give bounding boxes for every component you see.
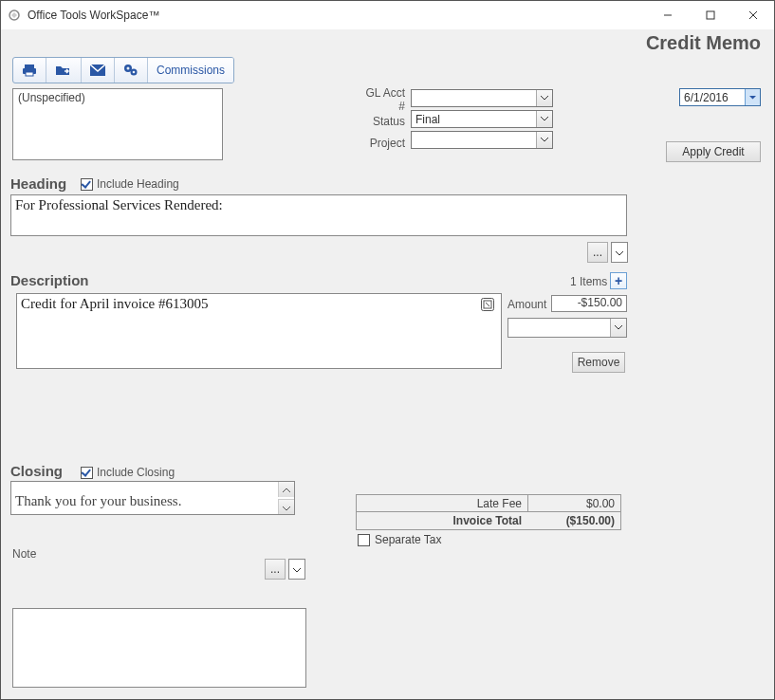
gl-acct-label: GL Acct #: [358, 89, 405, 109]
items-count: 1 Items: [570, 275, 607, 288]
expand-icon: [481, 298, 494, 314]
late-fee-row: Late Fee $0.00: [357, 495, 620, 512]
client-box-text: (Unspecified): [18, 91, 85, 104]
chevron-down-icon: [536, 111, 552, 127]
svg-point-12: [133, 71, 136, 74]
envelope-icon: [90, 64, 105, 76]
late-fee-value[interactable]: $0.00: [527, 495, 620, 511]
add-item-button[interactable]: +: [610, 272, 627, 289]
note-text-input[interactable]: [12, 608, 306, 688]
closing-section-label: Closing: [10, 463, 63, 479]
amount-input[interactable]: -$150.00: [551, 295, 627, 312]
amount-category-combo[interactable]: [507, 318, 627, 338]
totals-panel: Late Fee $0.00 Invoice Total ($150.00): [356, 494, 621, 530]
checkbox-icon: [358, 534, 370, 546]
remove-label: Remove: [578, 356, 620, 369]
note-options: ...: [265, 559, 305, 580]
plus-icon: +: [615, 273, 622, 288]
expand-description-button[interactable]: [480, 298, 495, 313]
client-box[interactable]: (Unspecified): [12, 88, 223, 160]
close-button[interactable]: [731, 1, 774, 29]
heading-dropdown[interactable]: [611, 242, 628, 263]
settings-button[interactable]: [115, 58, 148, 83]
ellipsis-icon: ...: [593, 246, 602, 259]
note-dropdown[interactable]: [288, 559, 305, 580]
status-label: Status: [358, 111, 405, 131]
meta-fields: Final: [411, 89, 553, 152]
apply-credit-button[interactable]: Apply Credit: [666, 141, 761, 162]
chevron-down-icon: [616, 246, 623, 259]
scroll-up-button[interactable]: [278, 482, 294, 497]
export-button[interactable]: [46, 58, 82, 83]
separate-tax-label: Separate Tax: [375, 533, 442, 546]
include-closing-label: Include Closing: [97, 466, 175, 479]
description-text-input[interactable]: Credit for April invoice #613005: [16, 293, 502, 369]
folder-arrow-icon: [55, 64, 72, 77]
invoice-total-label: Invoice Total: [357, 514, 527, 527]
scroll-down-button[interactable]: [278, 499, 294, 514]
svg-rect-5: [25, 64, 34, 68]
amount-label: Amount: [507, 298, 546, 311]
remove-item-button[interactable]: Remove: [572, 352, 625, 373]
chevron-up-icon: [283, 483, 290, 496]
status-combo[interactable]: Final: [411, 110, 553, 128]
print-button[interactable]: [13, 58, 46, 83]
heading-ellipsis-button[interactable]: ...: [587, 242, 608, 263]
ellipsis-icon: ...: [270, 562, 280, 576]
note-label: Note: [12, 547, 36, 561]
gl-acct-combo[interactable]: [411, 89, 553, 107]
commissions-button[interactable]: Commissions: [148, 58, 233, 83]
late-fee-label: Late Fee: [357, 497, 527, 510]
heading-text-input[interactable]: For Professional Services Rendered:: [10, 194, 627, 236]
separate-tax-checkbox[interactable]: Separate Tax: [358, 533, 442, 546]
chevron-down-icon: [536, 132, 552, 148]
invoice-total-value: ($150.00): [527, 514, 620, 527]
description-section-label: Description: [10, 272, 89, 288]
gear-icon: [123, 64, 138, 77]
app-window: Office Tools WorkSpace™ Credit Memo: [0, 0, 775, 700]
maximize-button[interactable]: [689, 1, 731, 29]
checkbox-icon: [81, 467, 93, 479]
include-heading-label: Include Heading: [97, 177, 179, 191]
amount-value: -$150.00: [578, 296, 622, 309]
heading-options: ...: [587, 242, 628, 263]
email-button[interactable]: [82, 58, 115, 83]
client-area: Credit Memo: [1, 29, 774, 699]
chevron-down-icon: [293, 562, 301, 576]
invoice-total-row: Invoice Total ($150.00): [357, 512, 620, 529]
heading-section-label: Heading: [10, 175, 66, 192]
apply-credit-label: Apply Credit: [682, 145, 744, 158]
page-title: Credit Memo: [646, 32, 761, 54]
meta-labels: GL Acct # Status Project: [358, 89, 405, 155]
print-icon: [22, 64, 37, 77]
chevron-down-icon: [283, 501, 290, 514]
heading-text-value: For Professional Services Rendered:: [15, 197, 223, 212]
date-picker[interactable]: 6/1/2016: [679, 88, 761, 106]
svg-rect-7: [26, 72, 33, 76]
minimize-button[interactable]: [646, 1, 689, 29]
closing-text-input[interactable]: Thank you for your business.: [10, 481, 295, 515]
svg-point-10: [127, 67, 130, 70]
description-text-value: Credit for April invoice #613005: [21, 296, 208, 311]
chevron-down-icon: [536, 90, 552, 106]
app-icon: [7, 8, 22, 23]
commissions-label: Commissions: [157, 64, 225, 77]
project-label: Project: [358, 133, 405, 153]
include-closing-checkbox[interactable]: Include Closing: [81, 466, 175, 479]
titlebar: Office Tools WorkSpace™: [1, 1, 774, 29]
include-heading-checkbox[interactable]: Include Heading: [81, 177, 179, 191]
checkbox-icon: [81, 178, 93, 191]
window-title: Office Tools WorkSpace™: [28, 9, 159, 22]
project-combo[interactable]: [411, 131, 553, 149]
chevron-down-icon: [745, 89, 760, 105]
chevron-down-icon: [610, 319, 626, 337]
svg-rect-2: [707, 11, 714, 19]
status-value: Final: [412, 113, 536, 126]
note-ellipsis-button[interactable]: ...: [265, 559, 286, 580]
toolbar: Commissions: [12, 57, 234, 83]
date-value: 6/1/2016: [680, 91, 745, 104]
closing-text-value: Thank you for your business.: [11, 493, 294, 509]
